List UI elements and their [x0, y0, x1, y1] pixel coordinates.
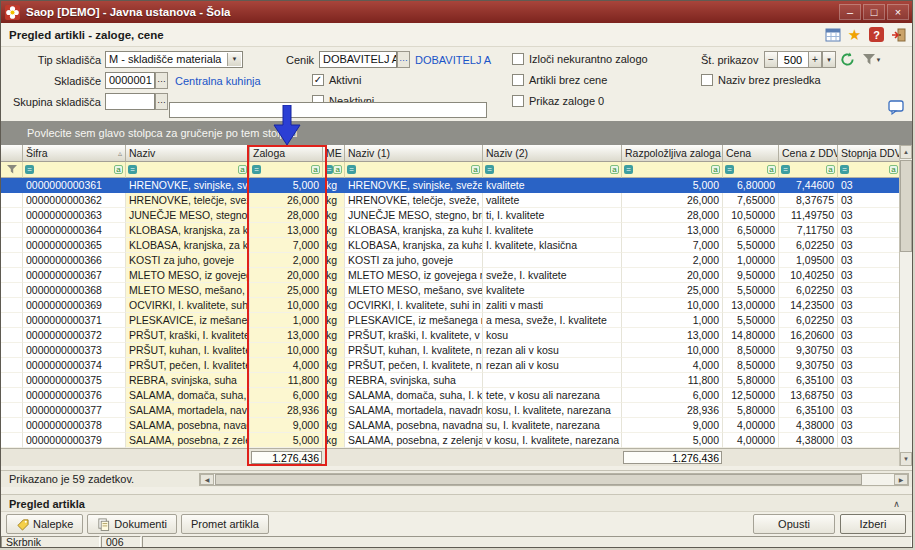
scroll-down-icon[interactable]: ▼ — [900, 452, 912, 466]
table-row[interactable]: 0000000000367MLETO MESO, iz govejega mes… — [1, 268, 901, 283]
table-row[interactable]: 0000000000377SALAMA, mortadela, navadna,… — [1, 403, 901, 418]
filter-cell-naziv[interactable]: =a — [126, 162, 250, 178]
grid-settings-icon[interactable] — [824, 26, 841, 43]
artikli-brez-cene-checkbox[interactable]: ✓ Artikli brez cene — [512, 74, 607, 86]
exit-icon[interactable] — [890, 26, 907, 43]
filter-cell-me[interactable]: =a — [323, 162, 345, 178]
filter-operator-icon[interactable]: = — [624, 165, 633, 174]
help-icon[interactable]: ? — [868, 26, 885, 43]
column-header-naziv1[interactable]: Naziv (1) — [345, 145, 483, 162]
minimize-button[interactable]: – — [839, 4, 861, 20]
chevron-down-icon[interactable]: ▼ — [227, 53, 241, 66]
filter-operator-icon[interactable]: = — [252, 165, 261, 174]
filter-az-icon[interactable]: a — [711, 165, 720, 174]
column-header-sifra[interactable]: Šifra▵ — [23, 145, 126, 162]
filter-az-icon[interactable]: a — [471, 165, 480, 174]
table-row[interactable]: 0000000000375REBRA, svinjska, suha11,800… — [1, 373, 901, 388]
table-row[interactable]: 0000000000379SALAMA, posebna, z zelenjav… — [1, 433, 901, 448]
refresh-icon[interactable] — [839, 51, 856, 68]
column-header-cena_ddv[interactable]: Cena z DDV — [779, 145, 838, 162]
vertical-scrollbar[interactable]: ▲ ▼ — [899, 145, 912, 466]
filter-menu-icon[interactable]: ▼ — [860, 51, 884, 68]
plus-button[interactable]: + — [808, 51, 822, 68]
skladisce-lookup-button[interactable]: … — [155, 72, 168, 89]
vertical-scroll-thumb[interactable] — [900, 160, 912, 252]
note-bubble-icon[interactable] — [887, 99, 904, 116]
column-header-me[interactable]: ME — [323, 145, 345, 162]
column-header-naziv2[interactable]: Naziv (2) — [483, 145, 622, 162]
filter-operator-icon[interactable]: = — [840, 165, 849, 174]
table-row[interactable]: 0000000000366KOSTI za juho, goveje2,000k… — [1, 253, 901, 268]
scroll-right-icon[interactable]: ▶ — [894, 474, 908, 485]
horizontal-scroll-thumb[interactable] — [215, 474, 862, 485]
skladisce-input[interactable]: 0000001 — [105, 72, 155, 89]
cenik-lookup-button[interactable]: … — [397, 51, 410, 68]
st-prikazov-value[interactable]: 500 — [778, 51, 808, 68]
collapse-section-icon[interactable]: ∧ — [889, 496, 904, 511]
naziv-brez-presledka-checkbox[interactable]: ✓ Naziv brez presledka — [701, 74, 821, 86]
filter-operator-icon[interactable]: = — [347, 165, 356, 174]
minus-button[interactable]: − — [764, 51, 778, 68]
filter-az-icon[interactable]: a — [610, 165, 619, 174]
table-row[interactable]: 0000000000378SALAMA, posebna, navadna, v… — [1, 418, 901, 433]
scroll-up-icon[interactable]: ▲ — [900, 145, 912, 159]
column-header-razpolozljiva[interactable]: Razpoložljiva zaloga — [622, 145, 723, 162]
table-row[interactable]: 0000000000364KLOBASA, kranjska, za kuhan… — [1, 223, 901, 238]
table-row[interactable]: 0000000000369OCVIRKI, I. kvalitete, suhi… — [1, 298, 901, 313]
filter-cell-naziv2[interactable]: =a — [483, 162, 622, 178]
filter-az-icon[interactable]: a — [767, 165, 776, 174]
skladisce-link[interactable]: Centralna kuhinja — [175, 75, 261, 87]
izloci-checkbox[interactable]: ✓ Izloči nekurantno zalogo — [512, 53, 648, 65]
horizontal-scrollbar[interactable]: ◀ ▶ — [199, 473, 909, 486]
filter-operator-icon[interactable]: = — [485, 165, 494, 174]
skupina-lookup-button[interactable]: … — [155, 93, 168, 110]
column-header-naziv[interactable]: Naziv — [126, 145, 250, 162]
filter-operator-icon[interactable]: = — [25, 165, 34, 174]
column-header-stopnja[interactable]: Stopnja DDV — [838, 145, 901, 162]
filter-operator-icon[interactable]: = — [781, 165, 790, 174]
filter-cell-sifra[interactable]: =a — [23, 162, 126, 178]
filter-az-icon[interactable]: a — [114, 165, 123, 174]
filter-cell-razpolozljiva[interactable]: =a — [622, 162, 723, 178]
filter-operator-icon[interactable]: = — [325, 165, 333, 174]
filter-az-icon[interactable]: a — [238, 165, 247, 174]
scroll-left-icon[interactable]: ◀ — [200, 474, 214, 485]
filter-cell-cena_ddv[interactable]: =a — [779, 162, 838, 178]
table-row[interactable]: 0000000000376SALAMA, domača, suha, I. kv… — [1, 388, 901, 403]
table-row[interactable]: 0000000000363JUNEČJE MESO, stegno, brez … — [1, 208, 901, 223]
tip-skladisca-select[interactable]: M - skladišče materiala ▼ — [105, 51, 243, 68]
group-by-bar[interactable]: Povlecite sem glavo stolpca za gručenje … — [1, 121, 912, 145]
table-row[interactable]: 0000000000371PLESKAVICE, iz mešanega mle… — [1, 313, 901, 328]
chevron-down-icon[interactable]: ▼ — [822, 51, 836, 68]
opusti-button[interactable]: Opusti — [753, 514, 835, 534]
dokumenti-button[interactable]: Dokumenti — [87, 514, 177, 534]
skupina-input[interactable] — [105, 93, 155, 110]
aktivni-checkbox[interactable]: ✓ Aktivni — [312, 74, 361, 86]
table-row[interactable]: 0000000000368MLETO MESO, mešano, sveže, … — [1, 283, 901, 298]
table-row[interactable]: 0000000000365KLOBASA, kranjska, za kuhan… — [1, 238, 901, 253]
table-row[interactable]: 0000000000373PRŠUT, kuhan, I. kvalitete,… — [1, 343, 901, 358]
filter-cell-naziv1[interactable]: =a — [345, 162, 483, 178]
column-header-cena[interactable]: Cena — [723, 145, 779, 162]
prikaz-zaloge-checkbox[interactable]: ✓ Prikaz zaloge 0 — [512, 95, 604, 107]
table-row[interactable]: 0000000000374PRŠUT, pečen, I. kvalitete,… — [1, 358, 901, 373]
filter-cell-zaloga[interactable]: =a — [250, 162, 323, 178]
close-button[interactable]: × — [887, 4, 909, 20]
izberi-button[interactable]: Izberi — [840, 514, 906, 534]
filter-az-icon[interactable]: a — [889, 165, 898, 174]
table-row[interactable]: 0000000000362HRENOVKE, telečje, sveže, I… — [1, 193, 901, 208]
column-header-zaloga[interactable]: Zaloga — [250, 145, 323, 162]
table-row[interactable]: 0000000000372PRŠUT, kraški, I. kvalitete… — [1, 328, 901, 343]
filter-az-icon[interactable]: a — [333, 165, 342, 174]
nalepke-button[interactable]: Nalepke — [6, 514, 83, 534]
quick-search-input[interactable] — [169, 102, 487, 118]
maximize-button[interactable]: □ — [863, 4, 885, 20]
cenik-link[interactable]: DOBAVITELJ A — [415, 54, 491, 66]
filter-az-icon[interactable]: a — [311, 165, 320, 174]
filter-operator-icon[interactable]: = — [725, 165, 734, 174]
table-row[interactable]: 0000000000361HRENOVKE, svinjske, sveže, … — [1, 178, 901, 193]
favorites-star-icon[interactable]: ★ — [846, 26, 863, 43]
filter-cell-stopnja[interactable]: =a — [838, 162, 901, 178]
filter-cell-cena[interactable]: =a — [723, 162, 779, 178]
filter-operator-icon[interactable]: = — [128, 165, 137, 174]
